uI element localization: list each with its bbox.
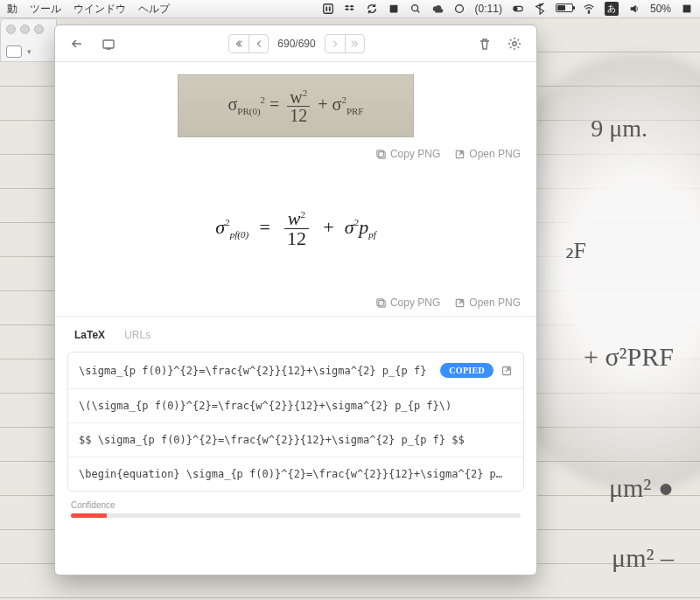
menubar-left: 動 ツール ウインドウ ヘルプ — [0, 2, 170, 17]
wifi-icon[interactable] — [583, 3, 595, 15]
svg-point-6 — [588, 12, 590, 14]
circle-icon[interactable] — [453, 3, 466, 15]
output-tabs: LaTeX URLs — [55, 317, 536, 350]
volume-icon[interactable] — [628, 3, 640, 15]
external-icon[interactable] — [500, 365, 513, 377]
battery-icon[interactable] — [556, 3, 573, 15]
traffic-light[interactable] — [6, 24, 16, 34]
svg-rect-10 — [379, 151, 385, 157]
svg-point-5 — [514, 7, 518, 10]
nav-next-last — [325, 34, 365, 53]
copy-png-button[interactable]: Copy PNG — [375, 297, 440, 309]
render-actions: Copy PNG Open PNG — [55, 290, 536, 316]
copy-png-label: Copy PNG — [390, 148, 440, 160]
mathpix-popup: 690/690 σPR(0)2 = w212 + σ2PRF Copy PNG — [54, 24, 537, 576]
handwriting: 9 μm. — [591, 115, 648, 143]
tab-urls[interactable]: URLs — [124, 329, 150, 341]
latex-code: \begin{equation} \sigma_{p f(0)}^{2}=\fr… — [79, 468, 513, 480]
latex-code: \sigma_{p f(0)}^{2}=\frac{w^{2}}{12}+\si… — [79, 365, 433, 377]
nav-prev-button[interactable] — [248, 35, 268, 52]
screenshot-button[interactable] — [97, 33, 120, 54]
delete-button[interactable] — [473, 33, 496, 54]
sidebar-toggle-icon[interactable] — [6, 45, 22, 58]
confidence-section: Confidence — [71, 500, 521, 518]
svg-point-9 — [513, 41, 516, 45]
magnify-icon[interactable] — [410, 3, 422, 15]
source-snip: σPR(0)2 = w212 + σ2PRF — [178, 74, 414, 137]
rendered-equation: σ2pf(0) = w212 + σ2ppf — [55, 167, 536, 290]
svg-rect-1 — [389, 5, 397, 13]
menu-item[interactable]: ツール — [30, 2, 61, 17]
svg-rect-0 — [323, 4, 332, 14]
dropbox-icon[interactable] — [344, 3, 356, 15]
bluetooth-icon[interactable] — [534, 3, 546, 15]
macos-menubar: 動 ツール ウインドウ ヘルプ (0:11) あ 50% — [0, 0, 700, 18]
snip-actions: Copy PNG Open PNG — [55, 141, 536, 167]
menu-item[interactable]: ウインドウ — [74, 2, 126, 17]
latex-row[interactable]: \sigma_{p f(0)}^{2}=\frac{w^{2}}{12}+\si… — [68, 352, 523, 388]
svg-rect-14 — [377, 298, 383, 304]
traffic-light[interactable] — [20, 24, 30, 34]
open-png-button[interactable]: Open PNG — [454, 148, 521, 160]
svg-point-3 — [455, 5, 463, 13]
handwriting: + σ²PRF — [584, 342, 674, 372]
ime-indicator[interactable]: あ — [605, 2, 619, 16]
confidence-bar — [71, 513, 521, 518]
confidence-fill — [71, 513, 107, 518]
nav-last-button[interactable] — [345, 35, 364, 52]
svg-rect-13 — [379, 300, 385, 306]
svg-rect-7 — [683, 5, 691, 13]
nav-next-button[interactable] — [326, 35, 345, 52]
page-navigator: 690/690 — [228, 34, 364, 53]
open-png-button[interactable]: Open PNG — [454, 297, 521, 309]
menubar-clock[interactable]: (0:11) — [475, 3, 502, 15]
back-button[interactable] — [66, 33, 88, 54]
background-window: ▾ — [0, 18, 57, 62]
menu-item[interactable]: ヘルプ — [138, 2, 170, 17]
latex-row[interactable]: $$ \sigma_{p f(0)}^{2}=\frac{w^{2}}{12}+… — [68, 422, 523, 457]
app-icon[interactable] — [322, 3, 334, 15]
handwriting: μm² ● — [609, 473, 674, 503]
latex-row[interactable]: \(\sigma_{p f(0)}^{2}=\frac{w^{2}}{12}+\… — [68, 388, 523, 422]
settings-button[interactable] — [503, 33, 526, 54]
latex-code: \(\sigma_{p f(0)}^{2}=\frac{w^{2}}{12}+\… — [79, 400, 513, 412]
svg-point-2 — [411, 5, 417, 11]
page-indicator: 690/690 — [277, 38, 315, 50]
handwriting: ₂F — [565, 237, 586, 264]
nav-first-prev — [228, 34, 269, 53]
svg-rect-11 — [377, 150, 383, 156]
sync-icon[interactable] — [366, 3, 378, 15]
menubar-right: (0:11) あ 50% — [322, 2, 700, 16]
menu-icon[interactable] — [681, 3, 693, 15]
latex-code: $$ \sigma_{p f(0)}^{2}=\frac{w^{2}}{12}+… — [79, 434, 513, 446]
traffic-light[interactable] — [34, 24, 44, 34]
battery-percent: 50% — [650, 3, 671, 15]
switch-icon[interactable] — [512, 3, 524, 15]
svg-rect-8 — [103, 40, 114, 48]
popup-toolbar: 690/690 — [55, 25, 536, 62]
copied-badge: COPIED — [440, 363, 494, 378]
confidence-label: Confidence — [71, 500, 116, 510]
popup-content: σPR(0)2 = w212 + σ2PRF Copy PNG Open PNG… — [55, 62, 536, 575]
menu-item[interactable]: 動 — [7, 2, 18, 17]
open-png-label: Open PNG — [469, 148, 521, 160]
tab-latex[interactable]: LaTeX — [74, 329, 105, 341]
snip-equation: σPR(0)2 = w212 + σ2PRF — [228, 88, 364, 124]
nav-first-button[interactable] — [229, 35, 248, 52]
latex-row[interactable]: \begin{equation} \sigma_{p f(0)}^{2}=\fr… — [68, 457, 523, 491]
chevron-down-icon[interactable]: ▾ — [27, 47, 32, 56]
latex-output-list: \sigma_{p f(0)}^{2}=\frac{w^{2}}{12}+\si… — [67, 352, 524, 492]
square-icon[interactable] — [388, 3, 400, 15]
cloud-icon[interactable] — [431, 3, 444, 15]
handwriting: μm² – — [612, 543, 674, 573]
copy-png-button[interactable]: Copy PNG — [375, 148, 440, 160]
